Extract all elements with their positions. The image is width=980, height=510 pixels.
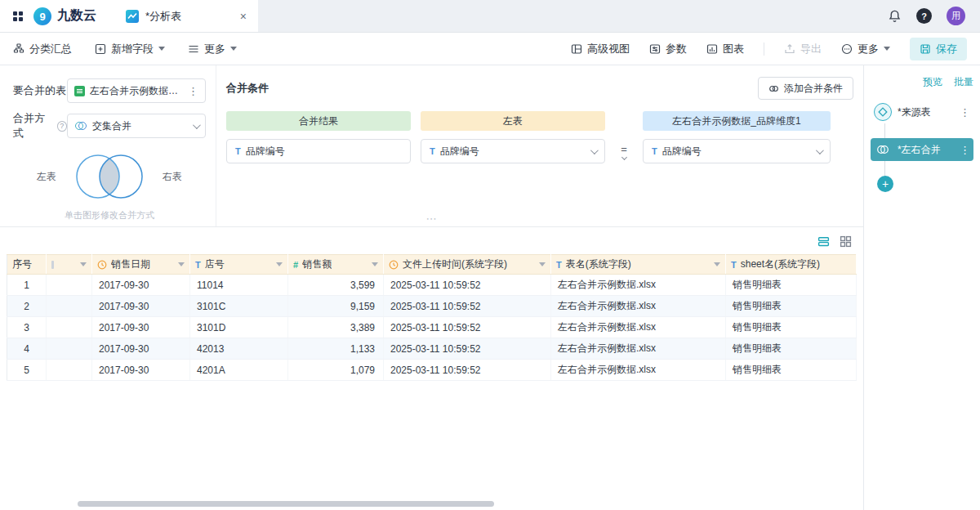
toolbar: 分类汇总 新增字段 更多 高级视图 [0, 33, 980, 65]
add-node-button[interactable]: + [877, 176, 893, 192]
chevron-down-icon[interactable] [276, 262, 283, 266]
column-header-sheet-name[interactable]: T sheet名(系统字段) [726, 255, 857, 275]
help-icon[interactable]: ? [916, 8, 932, 24]
question-circle-icon[interactable]: ? [57, 121, 67, 132]
grid-view-icon[interactable] [840, 235, 852, 248]
column-header-index[interactable]: 序号 [7, 255, 47, 275]
more-right-button[interactable]: 更多 [841, 42, 890, 56]
avatar[interactable]: 用 [947, 7, 965, 25]
advanced-view-button[interactable]: 高级视图 [571, 42, 630, 56]
table-row: 1 2017-09-30 11014 3,599 2025-03-11 10:5… [7, 275, 857, 296]
more-left-button[interactable]: 更多 [188, 42, 237, 56]
right-field-value: 品牌编号 [662, 145, 811, 159]
logo-text: 九数云 [57, 7, 96, 25]
column-pill-left-label: 左表 [503, 114, 523, 128]
more-vertical-icon[interactable]: ⋮ [960, 144, 970, 156]
horizontal-scrollbar-thumb[interactable] [78, 501, 494, 507]
text-field-icon: T [235, 146, 241, 156]
content: 要合并的表 左右合并示例数据_品牌... ⋮ 合并方式 [0, 65, 863, 510]
link-icon [768, 83, 779, 94]
text-field-icon: T [556, 260, 562, 270]
merge-mode-label: 合并方式 ? [13, 111, 67, 141]
cell-store: 3101C [190, 296, 288, 317]
merge-table-select[interactable]: 左右合并示例数据_品牌... ⋮ [67, 78, 206, 103]
cell-upload-time: 2025-03-11 10:59:52 [384, 317, 551, 338]
column-header-amount[interactable]: # 销售额 [288, 255, 384, 275]
store-header-label: 店号 [205, 257, 225, 271]
equals-operator[interactable]: = [615, 144, 633, 159]
cell-collapsed [47, 275, 92, 296]
right-field-select[interactable]: T 品牌编号 [643, 139, 831, 163]
cell-index: 1 [7, 275, 47, 296]
chevron-down-icon[interactable] [372, 262, 378, 266]
chart-button[interactable]: 图表 [706, 42, 744, 56]
new-field-button[interactable]: 新增字段 [95, 42, 165, 56]
advanced-view-label: 高级视图 [587, 42, 630, 56]
classify-summary-label: 分类汇总 [29, 42, 72, 56]
more-vertical-icon[interactable]: ⋮ [188, 85, 198, 97]
cell-upload-time: 2025-03-11 10:59:52 [384, 296, 551, 317]
tab-analysis-sheet[interactable]: *分析表 × [114, 0, 258, 32]
chevron-down-icon[interactable] [178, 262, 185, 266]
left-field-select[interactable]: T 品牌编号 [421, 139, 605, 163]
chevron-down-icon[interactable] [714, 262, 720, 266]
add-merge-condition-button[interactable]: 添加合并条件 [758, 77, 853, 100]
apps-grid-icon[interactable] [13, 11, 23, 21]
cell-amount: 1,133 [288, 338, 384, 360]
view-toggles [7, 234, 857, 254]
column-header-upload-time[interactable]: 文件上传时间(系统字段) [384, 255, 551, 275]
row-view-icon[interactable] [817, 235, 830, 248]
panel-resize-handle[interactable]: ⋯ [426, 212, 438, 225]
flow-panel: 预览 批量 *来源表 ⋮ *左右合并 ⋮ + [863, 65, 980, 510]
merge-table-value: 左右合并示例数据_品牌... [90, 84, 183, 98]
more-vertical-icon[interactable]: ⋮ [960, 106, 970, 119]
cell-sale-date: 2017-09-30 [92, 275, 190, 296]
params-icon [649, 43, 661, 55]
cell-file-name: 左右合并示例数据.xlsx [551, 296, 726, 317]
cell-index: 3 [7, 317, 47, 338]
cell-index: 4 [7, 338, 47, 360]
column-header-collapsed[interactable] [47, 255, 92, 275]
table-row: 2 2017-09-30 3101C 9,159 2025-03-11 10:5… [7, 296, 857, 317]
column-header-file-name[interactable]: T 表名(系统字段) [551, 255, 726, 275]
node-source-table[interactable]: *来源表 ⋮ [871, 101, 973, 123]
export-button[interactable]: 导出 [784, 42, 822, 56]
new-field-label: 新增字段 [111, 42, 154, 56]
batch-link[interactable]: 批量 [954, 75, 973, 89]
merge-condition-title: 合并条件 [226, 81, 269, 96]
merge-mode-select[interactable]: 交集合并 [67, 114, 206, 138]
venn-hint: 单击图形修改合并方式 [13, 209, 206, 221]
chevron-down-icon[interactable] [80, 262, 87, 266]
close-icon[interactable]: × [240, 11, 247, 22]
column-pill-right-label: 左右合并示例数据_品牌维度1 [672, 114, 800, 128]
cell-collapsed [47, 317, 92, 338]
logo[interactable]: 9 九数云 [33, 7, 96, 26]
logo-mark: 9 [33, 7, 52, 26]
venn-diagram[interactable] [65, 149, 154, 204]
left-field-value: 品牌编号 [440, 145, 586, 159]
equals-sign: = [621, 144, 627, 154]
caret-down-icon [884, 47, 890, 51]
classify-summary-button[interactable]: 分类汇总 [13, 42, 72, 56]
venn-right-label: 右表 [163, 170, 182, 184]
save-button[interactable]: 保存 [910, 38, 967, 60]
column-header-store[interactable]: T 店号 [190, 255, 288, 275]
preview-link[interactable]: 预览 [923, 75, 942, 89]
cell-sale-date: 2017-09-30 [92, 317, 190, 338]
cell-sale-date: 2017-09-30 [92, 296, 190, 317]
result-field-select[interactable]: T 品牌编号 [226, 139, 411, 163]
file-name-header-label: 表名(系统字段) [566, 257, 631, 271]
merge-mode-label-text: 合并方式 [13, 111, 54, 141]
merge-settings-panel: 要合并的表 左右合并示例数据_品牌... ⋮ 合并方式 [0, 65, 216, 226]
chevron-down-icon[interactable] [539, 262, 546, 266]
main: 要合并的表 左右合并示例数据_品牌... ⋮ 合并方式 [0, 65, 980, 510]
node-merge[interactable]: *左右合并 ⋮ [871, 138, 973, 161]
bell-icon[interactable] [888, 9, 902, 23]
column-header-sale-date[interactable]: 销售日期 [92, 255, 190, 275]
params-button[interactable]: 参数 [649, 42, 687, 56]
cell-amount: 1,079 [288, 360, 384, 381]
cell-file-name: 左右合并示例数据.xlsx [551, 360, 726, 381]
merge-mode-row: 合并方式 ? 交集合并 [13, 111, 206, 141]
merge-config-section: 要合并的表 左右合并示例数据_品牌... ⋮ 合并方式 [0, 65, 863, 227]
cell-store: 3101D [190, 317, 288, 338]
